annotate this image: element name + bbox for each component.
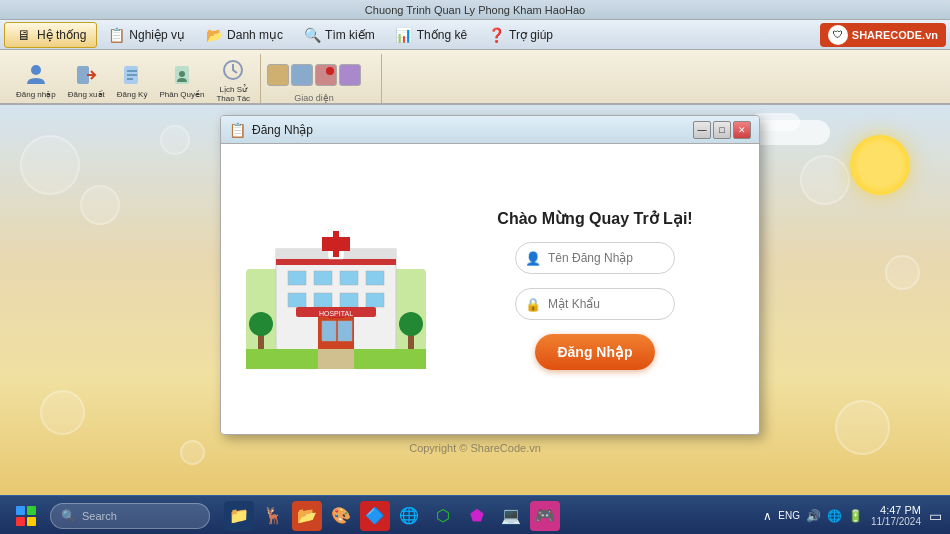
- dialog-icon: 📋: [229, 122, 246, 138]
- login-button[interactable]: Đăng Nhập: [535, 334, 655, 370]
- phan-quyen-label: Phân Quyền: [159, 90, 204, 99]
- copyright-text: Copyright © ShareCode.vn: [409, 442, 541, 454]
- giao-dien-label: Giao diện: [267, 93, 361, 103]
- toolbar-group-tai-khoan: Đăng nhập Đăng xuất: [6, 54, 261, 103]
- menu-label-danh-muc: Danh mục: [227, 28, 283, 42]
- he-thong-icon: 🖥: [15, 26, 33, 44]
- user-icon: 👤: [525, 250, 541, 265]
- dialog-left-panel: HOSPITAL: [221, 144, 451, 434]
- svg-rect-27: [333, 231, 339, 257]
- taskbar-app-explorer[interactable]: 📁: [224, 501, 254, 531]
- tray-chevron[interactable]: ∧: [763, 509, 772, 523]
- menu-item-tim-kiem[interactable]: 🔍 Tìm kiếm: [293, 23, 385, 47]
- password-group: 🔒: [515, 288, 675, 320]
- dang-ky-button[interactable]: Đăng Ký: [113, 59, 152, 101]
- svg-rect-23: [338, 321, 352, 341]
- phan-quyen-icon: [168, 61, 196, 89]
- main-background: 📋 Đăng Nhập — □ ✕: [0, 105, 950, 495]
- svg-rect-20: [366, 293, 384, 307]
- system-clock[interactable]: 4:47 PM 11/17/2024: [871, 504, 921, 527]
- dang-nhap-button[interactable]: Đăng nhập: [12, 59, 60, 101]
- svg-rect-18: [314, 293, 332, 307]
- tim-kiem-icon: 🔍: [303, 26, 321, 44]
- dang-xuat-label: Đăng xuất: [68, 90, 105, 99]
- clock-date: 11/17/2024: [871, 516, 921, 527]
- svg-rect-16: [366, 271, 384, 285]
- dang-nhap-icon: [22, 61, 50, 89]
- menu-item-danh-muc[interactable]: 📂 Danh mục: [195, 23, 293, 47]
- dang-ky-icon: [118, 61, 146, 89]
- danh-muc-icon: 📂: [205, 26, 223, 44]
- maximize-button[interactable]: □: [713, 121, 731, 139]
- tray-network[interactable]: 🌐: [827, 509, 842, 523]
- svg-point-7: [179, 71, 185, 77]
- giao-dien-buttons: [267, 54, 361, 91]
- menu-label-nghiep-vu: Nghiệp vụ: [129, 28, 185, 42]
- theme-btn-2[interactable]: [291, 64, 313, 86]
- thong-ke-icon: 📊: [395, 26, 413, 44]
- lich-su-icon: [219, 56, 247, 84]
- taskbar-app-5[interactable]: ⬡: [428, 501, 458, 531]
- taskbar-app-6[interactable]: ⬟: [462, 501, 492, 531]
- menu-label-tim-kiem: Tìm kiếm: [325, 28, 375, 42]
- search-input[interactable]: [82, 510, 202, 522]
- menu-item-he-thong[interactable]: 🖥 Hệ thống: [4, 22, 97, 48]
- taskbar-app-2[interactable]: 📂: [292, 501, 322, 531]
- nghiep-vu-icon: 📋: [107, 26, 125, 44]
- minimize-button[interactable]: —: [693, 121, 711, 139]
- svg-rect-17: [288, 293, 306, 307]
- lich-su-button[interactable]: Lịch SửThao Tác: [212, 54, 254, 105]
- taskbar-app-3[interactable]: 🎨: [326, 501, 356, 531]
- taskbar-app-4[interactable]: 🔷: [360, 501, 390, 531]
- close-button[interactable]: ✕: [733, 121, 751, 139]
- start-button[interactable]: [8, 502, 44, 530]
- menu-item-nghiep-vu[interactable]: 📋 Nghiệp vụ: [97, 23, 195, 47]
- theme-btn-3[interactable]: [315, 64, 337, 86]
- sys-tray: ∧ ENG 🔊 🌐 🔋: [763, 509, 863, 523]
- menu-item-thong-ke[interactable]: 📊 Thống kê: [385, 23, 477, 47]
- svg-rect-35: [318, 349, 354, 369]
- tray-volume[interactable]: 🔊: [806, 509, 821, 523]
- tray-battery[interactable]: 🔋: [848, 509, 863, 523]
- svg-rect-13: [288, 271, 306, 285]
- menu-label-tro-giup: Trợ giúp: [509, 28, 553, 42]
- login-dialog: 📋 Đăng Nhập — □ ✕: [220, 115, 760, 435]
- toolbar-buttons-tai-khoan: Đăng nhập Đăng xuất: [12, 54, 254, 105]
- menu-item-tro-giup[interactable]: ❓ Trợ giúp: [477, 23, 563, 47]
- search-bar[interactable]: 🔍: [50, 503, 210, 529]
- taskbar-app-7[interactable]: 💻: [496, 501, 526, 531]
- svg-point-0: [31, 65, 41, 75]
- phan-quyen-button[interactable]: Phân Quyền: [155, 59, 208, 101]
- menu-label-thong-ke: Thống kê: [417, 28, 467, 42]
- dang-xuat-button[interactable]: Đăng xuất: [64, 59, 109, 101]
- svg-point-33: [399, 312, 423, 336]
- toolbar: Đăng nhập Đăng xuất: [0, 50, 950, 105]
- show-desktop-button[interactable]: ▭: [929, 508, 942, 524]
- lock-icon: 🔒: [525, 296, 541, 311]
- theme-btn-1[interactable]: [267, 64, 289, 86]
- dang-ky-label: Đăng Ký: [117, 90, 148, 99]
- dialog-overlay: 📋 Đăng Nhập — □ ✕: [0, 105, 950, 495]
- dialog-right-panel: Chào Mừng Quay Trở Lại! 👤 🔒 Đăng Nhập: [451, 144, 759, 434]
- dialog-title: Đăng Nhập: [252, 123, 693, 137]
- taskbar-app-8[interactable]: 🎮: [530, 501, 560, 531]
- clock-time: 4:47 PM: [871, 504, 921, 516]
- app-title: Chuong Trinh Quan Ly Phong Kham HaoHao: [365, 4, 585, 16]
- theme-btn-4[interactable]: [339, 64, 361, 86]
- windows-logo: [16, 506, 36, 526]
- lich-su-label: Lịch SửThao Tác: [216, 85, 250, 103]
- logo-icon: 🛡: [828, 25, 848, 45]
- logo-area: 🛡 SHARECODE.vn: [820, 23, 946, 47]
- taskbar-app-chrome[interactable]: 🌐: [394, 501, 424, 531]
- hospital-illustration: HOSPITAL: [246, 209, 426, 369]
- taskbar-app-1[interactable]: 🦌: [258, 501, 288, 531]
- svg-rect-22: [322, 321, 336, 341]
- logo-text: SHARECODE.vn: [852, 29, 938, 41]
- username-group: 👤: [515, 242, 675, 274]
- toolbar-group-giao-dien: Giao diện: [261, 54, 382, 103]
- tray-lang: ENG: [778, 510, 800, 521]
- search-icon: 🔍: [61, 509, 76, 523]
- svg-rect-14: [314, 271, 332, 285]
- taskbar-right: ∧ ENG 🔊 🌐 🔋 4:47 PM 11/17/2024 ▭: [763, 504, 942, 527]
- welcome-text: Chào Mừng Quay Trở Lại!: [497, 209, 692, 228]
